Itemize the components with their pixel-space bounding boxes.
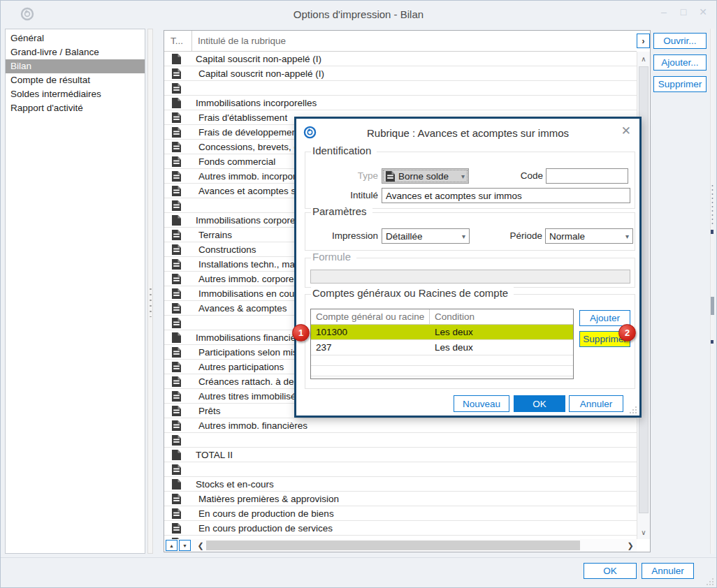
column-header-type[interactable]: T...: [164, 31, 192, 52]
condition-cell: Les deux: [430, 340, 573, 355]
sidebar-item-compte-de-r-sultat[interactable]: Compte de résultat: [6, 73, 145, 87]
type-label: Type: [338, 168, 378, 184]
cancel-button[interactable]: Annuler: [642, 563, 694, 579]
rubric-row[interactable]: TOTAL II: [164, 448, 637, 462]
column-header-compte[interactable]: Compte général ou racine: [311, 309, 430, 324]
sidebar-item-bilan[interactable]: Bilan: [6, 59, 145, 73]
rubric-row-label: Immobilisations corporelles: [196, 215, 310, 226]
rubric-row[interactable]: En cours production de services: [164, 521, 637, 536]
rubric-row[interactable]: Immobilisations incorporelles: [164, 96, 637, 110]
comptes-table: Compte général ou racine Condition 10130…: [310, 309, 574, 379]
compte-add-button[interactable]: Ajouter: [579, 310, 630, 326]
footer-separator: [1, 557, 716, 558]
sidebar-item-grand-livre-balance[interactable]: Grand-livre / Balance: [6, 45, 145, 59]
modal-cancel-button[interactable]: Annuler: [569, 395, 623, 412]
impression-value: Détaillée: [386, 231, 423, 242]
column-header-intitule[interactable]: Intitulé de la rubrique: [198, 31, 286, 52]
close-button[interactable]: ✕: [698, 6, 708, 17]
periode-dropdown[interactable]: Normale ▾: [545, 228, 633, 244]
modal-resize-grip[interactable]: [630, 406, 637, 413]
chevron-down-icon: ▾: [462, 233, 465, 240]
section-doc-icon: [172, 215, 181, 226]
column-header-condition[interactable]: Condition: [430, 309, 573, 324]
code-label: Code: [506, 168, 543, 184]
rubric-row[interactable]: [164, 462, 637, 477]
scroll-left-icon[interactable]: ❮: [195, 541, 206, 550]
type-dropdown: Borne solde ▾: [382, 168, 469, 184]
window-resize-grip[interactable]: [707, 578, 714, 585]
rubric-row-label: Constructions: [198, 244, 256, 255]
rubric-row[interactable]: Capital souscrit non-appelé (I): [164, 52, 637, 66]
rubric-row[interactable]: Matières premières & approvision: [164, 492, 637, 506]
rubric-row[interactable]: En cours de production de biens: [164, 506, 637, 521]
sidebar-item-g-n-ral[interactable]: Général: [6, 31, 145, 45]
condition-cell: Les deux: [430, 325, 573, 339]
splitter-handle[interactable]: [711, 297, 714, 315]
rubric-row-label: Autres immob. financières: [198, 420, 307, 431]
horizontal-scrollbar: ▲ ▼ ❮ ❯: [164, 539, 637, 552]
rubric-row-label: Frais de développement: [198, 127, 300, 138]
rubrique-dialog: Rubrique : Avances et acomptes sur immos…: [294, 117, 642, 418]
right-edge-splitter[interactable]: [710, 29, 714, 554]
rubric-row[interactable]: [164, 433, 637, 448]
rubric-row-label: Frais d'établissement: [198, 112, 287, 123]
hscroll-track[interactable]: [206, 540, 625, 551]
delete-button[interactable]: Supprimer: [653, 76, 707, 92]
rubric-row-label: Matières premières & approvision: [198, 494, 339, 504]
splitter-dots-icon: [711, 184, 714, 226]
open-button[interactable]: Ouvrir...: [653, 33, 707, 49]
dialog-title: Options d'impression - Bilan: [1, 8, 716, 20]
periode-value: Normale: [549, 231, 585, 242]
rubrique-title: Rubrique : Avances et acomptes sur immos: [296, 127, 639, 139]
rubric-doc-icon: [172, 318, 181, 328]
impression-dropdown[interactable]: Détaillée ▾: [382, 228, 470, 244]
rubric-doc-icon: [172, 362, 181, 372]
splitter-grip-icon: [150, 286, 152, 317]
rubric-doc-icon: [172, 391, 181, 402]
rubric-row[interactable]: Autres immob. financières: [164, 418, 637, 433]
rubrique-close-icon[interactable]: ✕: [621, 124, 631, 138]
scroll-up-icon[interactable]: ∧: [637, 52, 650, 65]
rubric-row[interactable]: Capital souscrit non-appelé (I): [164, 66, 637, 81]
compte-cell: 237: [311, 340, 430, 355]
minimize-button[interactable]: –: [659, 6, 669, 17]
chevron-down-icon: ▾: [461, 172, 465, 180]
hscroll-thumb[interactable]: [206, 541, 580, 550]
section-doc-icon: [172, 450, 181, 460]
add-button[interactable]: Ajouter...: [653, 54, 707, 71]
rubric-row-label: Prêts: [198, 406, 221, 416]
rubric-doc-icon: [172, 230, 181, 240]
nouveau-button[interactable]: Nouveau: [454, 395, 509, 412]
code-input[interactable]: [546, 168, 628, 184]
row-up-button[interactable]: ▲: [166, 540, 178, 551]
rubric-doc-icon: [172, 508, 181, 519]
scroll-right-icon[interactable]: ❯: [625, 541, 636, 550]
rubric-doc-icon: [172, 142, 181, 152]
rubric-row[interactable]: Stocks et en-cours: [164, 477, 637, 492]
intitule-input[interactable]: [382, 188, 630, 203]
rubric-doc-icon: [172, 494, 181, 504]
annotation-badge-2: 2: [618, 324, 636, 341]
rubric-row-label: TOTAL II: [196, 450, 233, 460]
row-down-button[interactable]: ▼: [179, 540, 191, 551]
periode-label: Période: [502, 228, 542, 244]
formule-input: [310, 270, 630, 284]
compte-row[interactable]: 101300Les deux: [311, 325, 573, 340]
maximize-button[interactable]: □: [679, 6, 688, 17]
sidebar-item-soldes-interm-diaires[interactable]: Soldes intermédiaires: [6, 87, 145, 101]
rubric-doc-icon: [172, 420, 181, 431]
rubric-row[interactable]: [164, 81, 637, 96]
modal-ok-button[interactable]: OK: [514, 395, 565, 412]
ok-button[interactable]: OK: [584, 563, 637, 579]
rubric-row-label: Terrains: [198, 230, 232, 240]
sidebar-item-rapport-d-activit-[interactable]: Rapport d'activité: [6, 101, 145, 115]
rubric-doc-icon: [172, 186, 181, 196]
compte-row[interactable]: 237Les deux: [311, 340, 573, 355]
column-expand-button[interactable]: ›: [637, 34, 650, 48]
chevron-down-icon: ▾: [625, 233, 629, 240]
scroll-down-icon[interactable]: ∨: [637, 526, 650, 538]
intitule-label: Intitulé: [338, 188, 378, 203]
rubric-doc-icon: [172, 112, 181, 123]
rubric-doc-icon: [172, 288, 181, 299]
sidebar-splitter[interactable]: [147, 29, 153, 554]
